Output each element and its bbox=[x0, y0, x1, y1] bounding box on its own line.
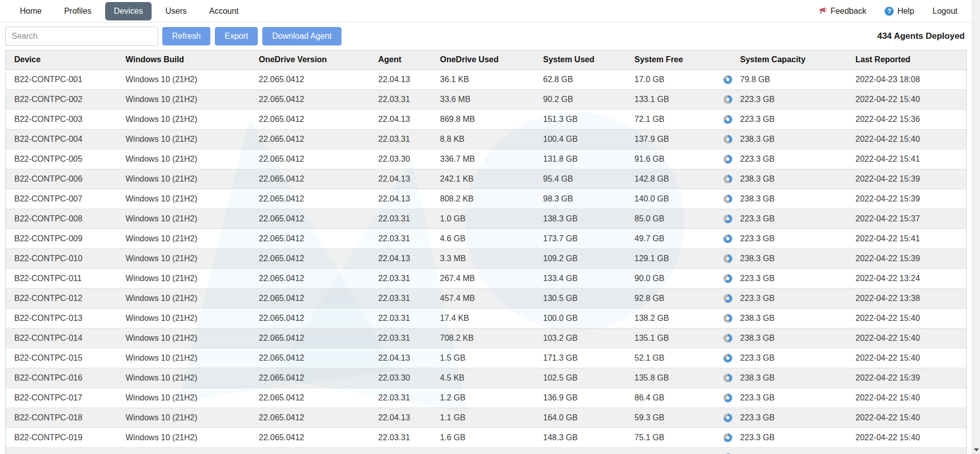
cell-device: B22-CONTPC-009 bbox=[6, 229, 117, 248]
cell-windows-build: Windows 10 (21H2) bbox=[117, 408, 250, 427]
col-header-agent[interactable]: Agent bbox=[370, 51, 431, 69]
help-icon: ? bbox=[885, 7, 894, 16]
table-row[interactable]: B22-CONTPC-002Windows 10 (21H2)22.065.04… bbox=[6, 89, 966, 109]
col-header-system-used[interactable]: System Used bbox=[534, 51, 626, 69]
capacity-value: 223.3 GB bbox=[740, 294, 775, 303]
capacity-donut-icon bbox=[723, 354, 732, 363]
cell-device: B22-CONTPC-007 bbox=[6, 189, 117, 209]
capacity-value: 238.3 GB bbox=[740, 254, 775, 263]
capacity-value: 223.3 GB bbox=[740, 433, 775, 442]
cell-onedrive-used: 3.3 MB bbox=[431, 248, 534, 268]
cell-onedrive-used: 808.2 KB bbox=[431, 189, 534, 209]
capacity-value: 223.3 GB bbox=[740, 354, 775, 363]
cell-system-capacity: 238.3 GB bbox=[715, 368, 847, 388]
col-header-device[interactable]: Device bbox=[6, 51, 117, 69]
download-agent-button[interactable]: Download Agent bbox=[262, 27, 341, 45]
table-row[interactable]: B22-CONTPC-014Windows 10 (21H2)22.065.04… bbox=[6, 328, 966, 348]
cell-device: B22-CONTPC-013 bbox=[6, 308, 117, 328]
cell-windows-build: Windows 10 (21H2) bbox=[117, 447, 250, 454]
cell-onedrive-version: 22.065.0412 bbox=[250, 189, 370, 209]
table-row[interactable]: B22-CONTPC-017Windows 10 (21H2)22.065.04… bbox=[6, 388, 966, 408]
cell-system-used: 102.5 GB bbox=[534, 368, 626, 388]
logout-link[interactable]: Logout bbox=[933, 7, 958, 16]
capacity-donut-icon bbox=[723, 194, 732, 204]
vertical-scrollbar[interactable] bbox=[972, 0, 980, 454]
capacity-donut-icon bbox=[723, 393, 732, 402]
table-row[interactable]: B22-CONTPC-015Windows 10 (21H2)22.065.04… bbox=[6, 348, 966, 368]
nav-tabs: HomeProfilesDevicesUsersAccount bbox=[11, 2, 248, 20]
cell-windows-build: Windows 10 (21H2) bbox=[117, 189, 250, 209]
capacity-value: 223.3 GB bbox=[740, 393, 775, 402]
cell-windows-build: Windows 10 (21H2) bbox=[117, 109, 250, 129]
nav-item-home[interactable]: Home bbox=[11, 2, 51, 20]
col-header-system-free[interactable]: System Free bbox=[626, 51, 715, 69]
feedback-label: Feedback bbox=[830, 7, 866, 16]
table-row[interactable]: B22-CONTPC-009Windows 10 (21H2)22.065.04… bbox=[6, 229, 966, 248]
cell-onedrive-version: 22.065.0412 bbox=[250, 348, 370, 368]
cell-agent: 22.03.31 bbox=[370, 288, 431, 308]
capacity-donut-icon bbox=[723, 254, 732, 263]
cell-onedrive-used: 869.8 MB bbox=[431, 109, 534, 129]
col-header-system-capacity[interactable]: System Capacity bbox=[715, 51, 847, 69]
col-header-onedrive-version[interactable]: OneDrive Version bbox=[250, 51, 370, 69]
capacity-value: 238.3 GB bbox=[740, 135, 775, 144]
table-row[interactable]: B22-CONTPC-005Windows 10 (21H2)22.065.04… bbox=[6, 149, 966, 169]
cell-last-reported: 2022-04-22 15:40 bbox=[847, 89, 966, 109]
cell-system-capacity: 223.3 GB bbox=[715, 109, 847, 129]
capacity-value: 223.3 GB bbox=[740, 155, 775, 164]
cell-agent: 22.03.31 bbox=[370, 89, 431, 109]
feedback-link[interactable]: Feedback bbox=[818, 7, 866, 16]
table-row[interactable]: B22-CONTPC-006Windows 10 (21H2)22.065.04… bbox=[6, 169, 966, 189]
table-row[interactable]: B22-CONTPC-018Windows 10 (21H2)22.065.04… bbox=[6, 408, 966, 427]
cell-system-free: 72.1 GB bbox=[626, 109, 715, 129]
table-row[interactable]: B22-CONTPC-019Windows 10 (21H2)22.065.04… bbox=[6, 427, 966, 447]
cell-agent: 22.03.31 bbox=[370, 427, 431, 447]
col-header-last-reported[interactable]: Last Reported bbox=[847, 51, 966, 69]
table-row[interactable]: B22-CONTPC-013Windows 10 (21H2)22.065.04… bbox=[6, 308, 966, 328]
table-row[interactable]: B22-CONTPC-010Windows 10 (21H2)22.065.04… bbox=[6, 248, 966, 268]
cell-system-free: 133.1 GB bbox=[626, 89, 715, 109]
cell-onedrive-version: 22.065.0412 bbox=[250, 209, 370, 229]
col-header-onedrive-used[interactable]: OneDrive Used bbox=[431, 51, 534, 69]
nav-item-users[interactable]: Users bbox=[157, 2, 195, 20]
scroll-down-arrow-icon[interactable] bbox=[974, 448, 979, 451]
nav-item-profiles[interactable]: Profiles bbox=[56, 2, 100, 20]
cell-onedrive-used: 8.8 KB bbox=[431, 129, 534, 149]
table-row[interactable]: B22-CONTPC-003Windows 10 (21H2)22.065.04… bbox=[6, 109, 966, 129]
cell-last-reported: 2022-04-22 15:40 bbox=[847, 348, 966, 368]
capacity-donut-icon bbox=[723, 234, 732, 243]
export-button[interactable]: Export bbox=[215, 27, 258, 45]
cell-onedrive-version: 22.065.0412 bbox=[250, 368, 370, 388]
capacity-value: 223.3 GB bbox=[740, 234, 775, 243]
cell-windows-build: Windows 10 (21H2) bbox=[117, 368, 250, 388]
cell-system-free: 138.2 GB bbox=[626, 308, 715, 328]
cell-windows-build: Windows 10 (21H2) bbox=[117, 308, 250, 328]
cell-windows-build: Windows 10 (21H2) bbox=[117, 69, 250, 89]
refresh-button[interactable]: Refresh bbox=[162, 27, 210, 45]
capacity-value: 238.3 GB bbox=[740, 194, 775, 204]
table-row[interactable]: B22-CONTPC-001Windows 10 (21H2)22.065.04… bbox=[6, 69, 966, 89]
cell-system-free: 92.8 GB bbox=[626, 288, 715, 308]
col-header-windows-build[interactable]: Windows Build bbox=[117, 51, 250, 69]
capacity-donut-icon bbox=[723, 155, 732, 164]
table-row[interactable]: B22-CONTPC-004Windows 10 (21H2)22.065.04… bbox=[6, 129, 966, 149]
cell-windows-build: Windows 10 (21H2) bbox=[117, 248, 250, 268]
table-row[interactable]: B22-CONTPC-008Windows 10 (21H2)22.065.04… bbox=[6, 209, 966, 229]
table-row[interactable]: B22-CONTPC-007Windows 10 (21H2)22.065.04… bbox=[6, 189, 966, 209]
cell-onedrive-version: 22.065.0412 bbox=[250, 447, 370, 454]
nav-item-account[interactable]: Account bbox=[201, 2, 248, 20]
cell-system-capacity: 223.3 GB bbox=[715, 149, 847, 169]
cell-last-reported: 2022-04-22 15:41 bbox=[847, 149, 966, 169]
cell-onedrive-version: 22.065.0412 bbox=[250, 89, 370, 109]
table-row[interactable]: B22-CONTPC-012Windows 10 (21H2)22.065.04… bbox=[6, 288, 966, 308]
search-input[interactable] bbox=[5, 27, 158, 46]
table-row[interactable]: B22-CONTPC-020Windows 10 (21H2)22.065.04… bbox=[6, 447, 966, 454]
cell-onedrive-version: 22.065.0412 bbox=[250, 248, 370, 268]
table-row[interactable]: B22-CONTPC-011Windows 10 (21H2)22.065.04… bbox=[6, 268, 966, 288]
cell-device: B22-CONTPC-019 bbox=[6, 427, 117, 447]
nav-item-devices[interactable]: Devices bbox=[105, 2, 152, 20]
capacity-donut-icon bbox=[723, 274, 732, 283]
table-row[interactable]: B22-CONTPC-016Windows 10 (21H2)22.065.04… bbox=[6, 368, 966, 388]
help-link[interactable]: ? Help bbox=[885, 7, 914, 16]
cell-agent: 22.04.13 bbox=[370, 69, 431, 89]
